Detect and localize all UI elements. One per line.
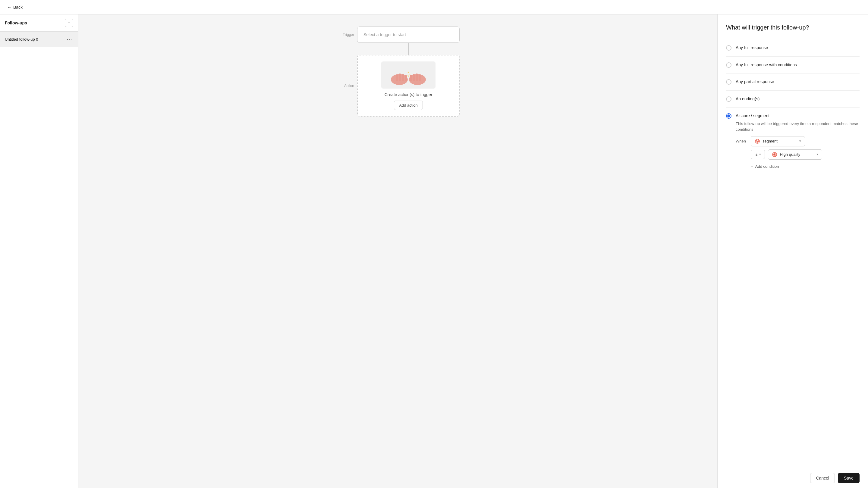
right-panel: What will trigger this follow-up? Any fu… [717, 14, 868, 488]
radio-score-segment[interactable] [726, 113, 732, 119]
when-label: When [736, 139, 748, 143]
when-row: When segment ▾ [736, 136, 860, 147]
option-any-full-conditions[interactable]: Any full response with conditions [726, 57, 860, 74]
plus-icon: + [67, 20, 70, 26]
option-ending[interactable]: An ending(s) [726, 91, 860, 108]
more-options-button[interactable]: ⋯ [65, 35, 73, 43]
sidebar: Follow-ups + Untitled follow-up 0 ⋯ [0, 14, 79, 488]
hands-illustration [387, 64, 430, 86]
followup-item-label: Untitled follow-up 0 [5, 37, 38, 41]
panel-footer: Cancel Save [718, 468, 868, 488]
segment-icon [755, 138, 760, 144]
radio-any-full[interactable] [726, 45, 732, 51]
trigger-row: Trigger Select a trigger to start [336, 27, 460, 43]
svg-rect-8 [412, 74, 415, 81]
option-label-any-partial: Any partial response [736, 79, 774, 85]
svg-point-18 [774, 154, 775, 155]
connector-line [408, 43, 409, 55]
is-label: is [755, 152, 757, 157]
main-layout: Follow-ups + Untitled follow-up 0 ⋯ Trig… [0, 14, 868, 488]
high-quality-dropdown[interactable]: High quality ▾ [768, 150, 822, 160]
sidebar-header: Follow-ups + [0, 14, 78, 32]
svg-rect-4 [405, 75, 407, 81]
svg-rect-2 [399, 73, 401, 81]
option-label-score-segment: A score / segment [736, 113, 770, 118]
radio-ending[interactable] [726, 96, 732, 102]
action-label: Action [336, 84, 354, 88]
trigger-label: Trigger [336, 33, 354, 37]
svg-rect-1 [396, 74, 398, 81]
is-chevron-icon: ▾ [759, 153, 761, 156]
radio-any-full-conditions[interactable] [726, 62, 732, 68]
action-row: Action [336, 55, 460, 117]
back-label: Back [13, 5, 23, 10]
high-quality-label: High quality [780, 152, 800, 157]
svg-rect-3 [402, 74, 404, 81]
segment-chevron-icon: ▾ [799, 139, 801, 143]
score-segment-content: A score / segment This follow-up will be… [736, 113, 860, 170]
svg-line-12 [408, 75, 409, 76]
option-label-any-full: Any full response [736, 45, 768, 51]
radio-inner-dot [727, 115, 730, 118]
svg-point-15 [757, 141, 758, 141]
option-any-full[interactable]: Any full response [726, 39, 860, 57]
sidebar-item-followup[interactable]: Untitled follow-up 0 ⋯ [0, 32, 78, 47]
panel-content: What will trigger this follow-up? Any fu… [718, 14, 868, 468]
option-desc-score-segment: This follow-up will be triggered every t… [736, 121, 860, 133]
action-box: Create action(s) to trigger Add action [357, 55, 460, 117]
option-score-segment[interactable]: A score / segment This follow-up will be… [726, 107, 860, 175]
add-condition-text: Add condition [755, 164, 779, 169]
svg-line-10 [408, 72, 409, 73]
save-button[interactable]: Save [838, 473, 860, 483]
svg-rect-6 [418, 74, 421, 81]
radio-any-partial[interactable] [726, 79, 732, 85]
panel-title: What will trigger this follow-up? [726, 24, 860, 31]
trigger-box[interactable]: Select a trigger to start [357, 27, 460, 43]
add-action-button[interactable]: Add action [394, 101, 423, 110]
segment-dropdown[interactable]: segment ▾ [751, 136, 805, 147]
add-condition-row[interactable]: + Add condition [736, 163, 860, 170]
sidebar-title: Follow-ups [5, 21, 27, 25]
is-row: is ▾ [736, 150, 860, 160]
option-label-ending: An ending(s) [736, 96, 760, 102]
svg-rect-9 [410, 75, 412, 81]
canvas-area: Trigger Select a trigger to start Action [79, 14, 717, 488]
trigger-placeholder: Select a trigger to start [364, 32, 406, 37]
segment-dropdown-label: segment [763, 139, 778, 143]
high-quality-segment-icon [772, 152, 777, 157]
add-condition-plus-icon: + [751, 164, 753, 169]
is-dropdown[interactable]: is ▾ [751, 150, 765, 159]
app-header: ← Back [0, 0, 868, 14]
action-illustration [381, 61, 435, 89]
action-title-text: Create action(s) to trigger [384, 92, 433, 97]
back-button[interactable]: ← Back [5, 4, 25, 11]
canvas-flow: Trigger Select a trigger to start Action [336, 27, 460, 117]
high-quality-chevron-icon: ▾ [816, 153, 818, 156]
option-any-partial[interactable]: Any partial response [726, 73, 860, 91]
cancel-button[interactable]: Cancel [810, 473, 835, 483]
back-arrow-icon: ← [7, 5, 11, 10]
option-label-any-full-conditions: Any full response with conditions [736, 62, 797, 68]
add-followup-button[interactable]: + [65, 19, 73, 27]
svg-rect-7 [415, 73, 418, 81]
conditions-area: When segment ▾ [736, 136, 860, 170]
